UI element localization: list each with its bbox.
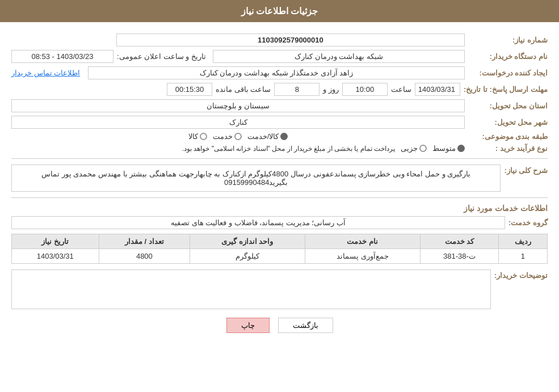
col-header-row: ردیف — [498, 234, 547, 249]
requester-value: زاهد آزادی خدمتگذار شبکه بهداشت ودرمان ک… — [88, 66, 465, 79]
need-number-value: 1103092579000010 — [116, 33, 465, 47]
announcement-buyer-row: نام دستگاه خریدار: شبکه بهداشت ودرمان کن… — [11, 50, 548, 63]
deadline-time-label: ساعت — [391, 85, 411, 94]
requester-label: ایجاد کننده درخواست: — [468, 69, 548, 77]
back-button[interactable]: بازگشت — [278, 318, 333, 333]
radio-motavasset-indicator — [457, 145, 465, 152]
notes-textarea[interactable] — [11, 269, 491, 309]
city-row: شهر محل تحویل: کنارک — [11, 116, 548, 129]
deadline-date: 1403/03/31 — [415, 83, 460, 96]
radio-khedmat-indicator — [234, 133, 242, 140]
deadline-day-label: روز و — [323, 85, 339, 94]
service-group-value: آب رسانی؛ مدیریت پسماند، فاضلاب و فعالیت… — [11, 216, 505, 229]
need-number-label: شماره نیاز: — [468, 36, 548, 44]
notes-label: توضیحات خریدار: — [494, 271, 548, 280]
col-header-unit: واحد اندازه گیری — [190, 234, 305, 249]
category-option-kala-khedmat[interactable]: کالا/خدمت — [247, 132, 288, 141]
category-kala-label: کالا — [188, 132, 198, 141]
radio-kala-indicator — [200, 133, 207, 140]
page-title: جزئیات اطلاعات نیاز — [241, 6, 318, 16]
category-option-khedmat[interactable]: خدمت — [213, 132, 242, 141]
requester-row: ایجاد کننده درخواست: زاهد آزادی خدمتگذار… — [11, 66, 548, 79]
process-note: پرداخت تمام یا بخشی از مبلغ خریدار از مح… — [182, 145, 395, 153]
category-label: طبقه بندی موضوعی: — [468, 132, 548, 141]
process-row: نوع فرآیند خرید : متوسط جزیی پرداخت تمام… — [11, 144, 548, 153]
announcement-value: 1403/03/23 - 08:53 — [11, 50, 114, 63]
deadline-days: 8 — [274, 83, 320, 96]
need-description-row: شرح کلی نیاز: بارگیری و حمل امحاء وبی خط… — [11, 165, 548, 192]
need-description-label: شرح کلی نیاز: — [504, 166, 548, 175]
process-option-jozii[interactable]: جزیی — [401, 144, 427, 153]
col-header-code: کد خدمت — [420, 234, 498, 249]
need-description-value: بارگیری و حمل امحاء وبی خطرسازی پسماندعف… — [11, 165, 501, 192]
category-khedmat-label: خدمت — [213, 132, 233, 141]
category-row: طبقه بندی موضوعی: کالا/خدمت خدمت کالا — [11, 132, 548, 141]
action-buttons: بازگشت چاپ — [11, 318, 548, 333]
province-value: سیستان و بلوچستان — [11, 99, 465, 112]
province-row: استان محل تحویل: سیستان و بلوچستان — [11, 99, 548, 112]
services-table: ردیف کد خدمت نام خدمت واحد اندازه گیری ت… — [11, 234, 548, 264]
city-label: شهر محل تحویل: — [468, 118, 548, 127]
contact-link[interactable]: اطلاعات تماس خریدار — [11, 69, 80, 77]
service-group-row: گروه خدمت: آب رسانی؛ مدیریت پسماند، فاضل… — [11, 216, 548, 229]
page-header: جزئیات اطلاعات نیاز — [0, 0, 559, 22]
category-radio-group: کالا/خدمت خدمت کالا — [11, 132, 465, 141]
col-header-name: نام خدمت — [305, 234, 420, 249]
announcement-label: تاریخ و ساعت اعلان عمومی: — [117, 52, 206, 61]
process-jozii-label: جزیی — [401, 144, 418, 153]
process-motavasset-label: متوسط — [432, 144, 456, 153]
radio-jozii-indicator — [419, 145, 427, 152]
buyer-org-label: نام دستگاه خریدار: — [468, 52, 548, 61]
deadline-remaining-label: ساعت باقی مانده — [216, 85, 271, 94]
category-kala-khedmat-label: کالا/خدمت — [247, 132, 279, 141]
notes-section: توضیحات خریدار: — [11, 269, 548, 309]
radio-kala-khedmat-indicator — [280, 133, 288, 140]
services-section-title: اطلاعات خدمات مورد نیاز — [11, 204, 548, 213]
need-number-row: شماره نیاز: 1103092579000010 — [11, 33, 548, 47]
process-label: نوع فرآیند خرید : — [468, 144, 548, 153]
col-header-date: تاریخ نیاز — [12, 234, 99, 249]
table-row: 1ت-38-381جمع‌آوری پسماندکیلوگرم48001403/… — [12, 249, 548, 264]
buyer-org-value: شبکه بهداشت ودرمان کنارک — [213, 50, 465, 63]
col-header-qty: تعداد / مقدار — [99, 234, 190, 249]
service-group-label: گروه خدمت: — [508, 218, 548, 227]
city-value: کنارک — [11, 116, 465, 129]
province-label: استان محل تحویل: — [468, 102, 548, 110]
deadline-time: 10:00 — [342, 83, 388, 96]
process-option-motavasset[interactable]: متوسط — [432, 144, 465, 153]
deadline-label: مهلت ارسال پاسخ: تا تاریخ: — [464, 85, 548, 94]
category-option-kala[interactable]: کالا — [188, 132, 207, 141]
deadline-row: مهلت ارسال پاسخ: تا تاریخ: 1403/03/31 سا… — [11, 83, 548, 96]
print-button[interactable]: چاپ — [226, 318, 270, 333]
deadline-remaining: 00:15:30 — [167, 83, 212, 96]
